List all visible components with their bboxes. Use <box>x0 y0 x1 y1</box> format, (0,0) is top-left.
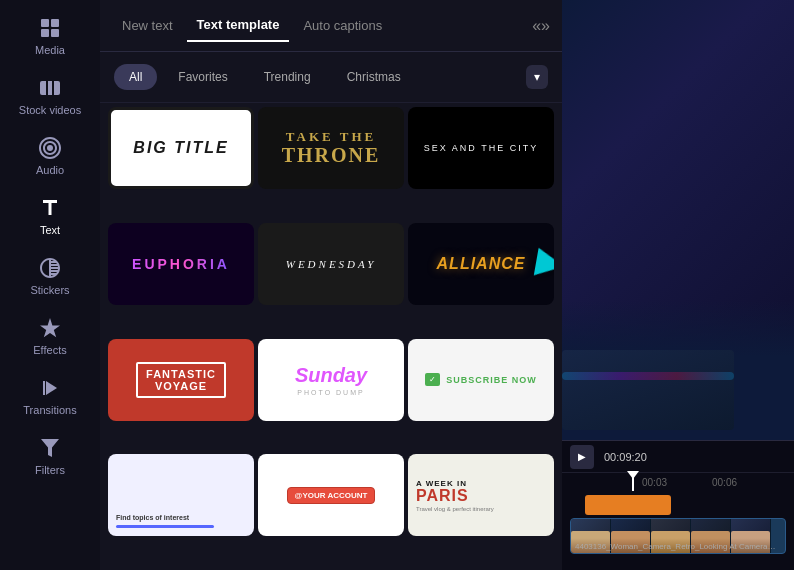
template-paris[interactable]: A WEEK IN PARIS Travel vlog & perfect it… <box>408 454 554 536</box>
tab-auto-captions[interactable]: Auto captions <box>293 10 392 41</box>
tab-text-template[interactable]: Text template <box>187 9 290 42</box>
template-fantastic-text1: FANTASTIC <box>146 368 216 380</box>
playhead-handle <box>627 471 639 479</box>
sidebar-item-audio[interactable]: Audio <box>6 128 94 184</box>
tabs-bar: New text Text template Auto captions «» <box>100 0 562 52</box>
ruler-marker2: 00:06 <box>712 477 737 488</box>
sidebar-item-transitions[interactable]: Transitions <box>6 368 94 424</box>
template-wednesday[interactable]: WEDNESDAY <box>258 223 404 305</box>
track-main-video[interactable]: 4403136_Woman_Camera_Retro_Looking At Ca… <box>570 518 786 554</box>
timeline-play-button[interactable]: ▶ <box>570 445 594 469</box>
timeline-current-time: 00:09:20 <box>604 451 647 463</box>
main-panel: New text Text template Auto captions «» … <box>100 0 562 570</box>
sidebar: Media Stock videos Audio Text Stickers E… <box>0 0 100 570</box>
template-take-throne-text1: TAKE THE <box>282 130 381 144</box>
sidebar-item-effects[interactable]: Effects <box>6 308 94 364</box>
template-sex-city[interactable]: SEX AND THE CITY <box>408 107 554 189</box>
template-sunday[interactable]: Sunday PHOTO DUMP <box>258 339 404 421</box>
template-sex-city-text: SEX AND THE CITY <box>424 143 538 153</box>
template-alliance[interactable]: ALLIANCE <box>408 223 554 305</box>
video-preview: GAMEZONE <box>562 0 794 440</box>
template-sunday-sub: PHOTO DUMP <box>297 389 364 396</box>
template-euphoria-text: EUPHORIA <box>132 256 230 272</box>
ruler-marker1: 00:03 <box>642 477 667 488</box>
timeline-tracks: 4403136_Woman_Camera_Retro_Looking At Ca… <box>562 491 794 570</box>
sidebar-transitions-label: Transitions <box>23 404 76 416</box>
svg-rect-4 <box>40 81 60 95</box>
track-text-overlay[interactable] <box>585 495 671 515</box>
sidebar-item-filters[interactable]: Filters <box>6 428 94 484</box>
filter-row: All Favorites Trending Christmas ▾ <box>100 52 562 103</box>
sidebar-stickers-label: Stickers <box>30 284 69 296</box>
template-fantastic-text2: VOYAGE <box>146 380 216 392</box>
svg-rect-2 <box>41 29 49 37</box>
sidebar-media-label: Media <box>35 44 65 56</box>
filter-all[interactable]: All <box>114 64 157 90</box>
template-topics-text: Find topics of interest <box>116 514 189 521</box>
timeline-controls: ▶ 00:09:20 <box>562 441 794 473</box>
filter-favorites[interactable]: Favorites <box>163 64 242 90</box>
filter-trending[interactable]: Trending <box>249 64 326 90</box>
topics-progress-bar <box>116 525 214 528</box>
template-paris-text3: Travel vlog & perfect itinerary <box>416 506 494 512</box>
template-subscribe[interactable]: ✓ SUBSCRIBE NOW <box>408 339 554 421</box>
sidebar-item-stickers[interactable]: Stickers <box>6 248 94 304</box>
template-account[interactable]: @YOUR ACCOUNT <box>258 454 404 536</box>
tab-new-text[interactable]: New text <box>112 10 183 41</box>
account-badge: @YOUR ACCOUNT <box>287 487 376 504</box>
hand-keyboard <box>562 350 734 430</box>
template-euphoria[interactable]: EUPHORIA <box>108 223 254 305</box>
template-fantastic[interactable]: FANTASTIC VOYAGE <box>108 339 254 421</box>
timeline-playhead[interactable] <box>632 473 634 491</box>
sidebar-effects-label: Effects <box>33 344 66 356</box>
template-take-throne[interactable]: TAKE THE THRONE <box>258 107 404 189</box>
templates-grid: BIG TITLE TAKE THE THRONE SEX AND THE CI… <box>100 103 562 570</box>
sidebar-filters-label: Filters <box>35 464 65 476</box>
template-account-text: YOUR ACCOUNT <box>302 491 367 500</box>
template-topics[interactable]: Find topics of interest <box>108 454 254 536</box>
timeline: ▶ 00:09:20 00:03 00:06 <box>562 440 794 570</box>
template-big-title[interactable]: BIG TITLE <box>108 107 254 189</box>
sidebar-audio-label: Audio <box>36 164 64 176</box>
template-wednesday-text: WEDNESDAY <box>286 258 377 270</box>
sidebar-item-media[interactable]: Media <box>6 8 94 64</box>
template-subscribe-text: SUBSCRIBE NOW <box>446 375 537 385</box>
sidebar-item-stock-videos[interactable]: Stock videos <box>6 68 94 124</box>
sidebar-text-label: Text <box>40 224 60 236</box>
svg-rect-5 <box>46 81 48 95</box>
template-take-throne-text2: THRONE <box>282 144 381 166</box>
timeline-ruler: 00:03 00:06 <box>562 473 794 491</box>
right-panel: GAMEZONE ▶ 00:09:20 00:03 00:06 <box>562 0 794 570</box>
template-big-title-text: BIG TITLE <box>133 139 228 157</box>
template-sunday-text: Sunday <box>295 364 367 387</box>
svg-rect-0 <box>41 19 49 27</box>
template-paris-text2: PARIS <box>416 488 469 504</box>
template-alliance-text: ALLIANCE <box>437 255 526 273</box>
filter-christmas[interactable]: Christmas <box>332 64 416 90</box>
svg-rect-6 <box>52 81 54 95</box>
svg-rect-1 <box>51 19 59 27</box>
filter-dropdown[interactable]: ▾ <box>526 65 548 89</box>
sidebar-item-text[interactable]: Text <box>6 188 94 244</box>
svg-point-7 <box>47 145 53 151</box>
svg-rect-3 <box>51 29 59 37</box>
checkmark-icon: ✓ <box>425 373 440 386</box>
sidebar-stock-label: Stock videos <box>19 104 81 116</box>
tabs-chevron-icon[interactable]: «» <box>532 17 550 35</box>
track-video-label: 4403136_Woman_Camera_Retro_Looking At Ca… <box>575 542 778 551</box>
